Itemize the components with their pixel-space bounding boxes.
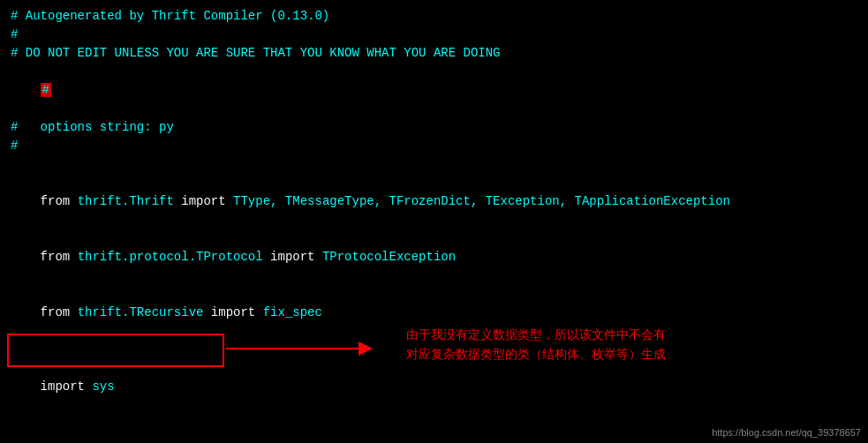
code-editor: # Autogenerated by Thrift Compiler (0.13… (0, 0, 868, 443)
code-line-5: # options string: py (11, 118, 857, 137)
code-line-6: # (11, 137, 857, 155)
code-line-9: from thrift.protocol.TProtocol import TP… (11, 229, 857, 285)
code-line-4: # (11, 63, 857, 118)
blog-url: https://blog.csdn.net/qq_39378657 (712, 427, 861, 438)
code-line-7 (11, 155, 857, 174)
code-line-2: # (11, 26, 857, 44)
code-line-3: # DO NOT EDIT UNLESS YOU ARE SURE THAT Y… (11, 44, 857, 63)
code-line-12: import sys (11, 359, 857, 415)
annotation-line-2: 对应复杂数据类型的类（结构体、枚举等）生成 (406, 344, 666, 364)
annotation-line-1: 由于我没有定义数据类型，所以该文件中不会有 (406, 325, 666, 344)
code-line-1: # Autogenerated by Thrift Compiler (0.13… (11, 7, 857, 26)
annotation-text: 由于我没有定义数据类型，所以该文件中不会有 对应复杂数据类型的类（结构体、枚举等… (406, 325, 666, 364)
code-line-8: from thrift.Thrift import TType, TMessag… (11, 174, 857, 229)
